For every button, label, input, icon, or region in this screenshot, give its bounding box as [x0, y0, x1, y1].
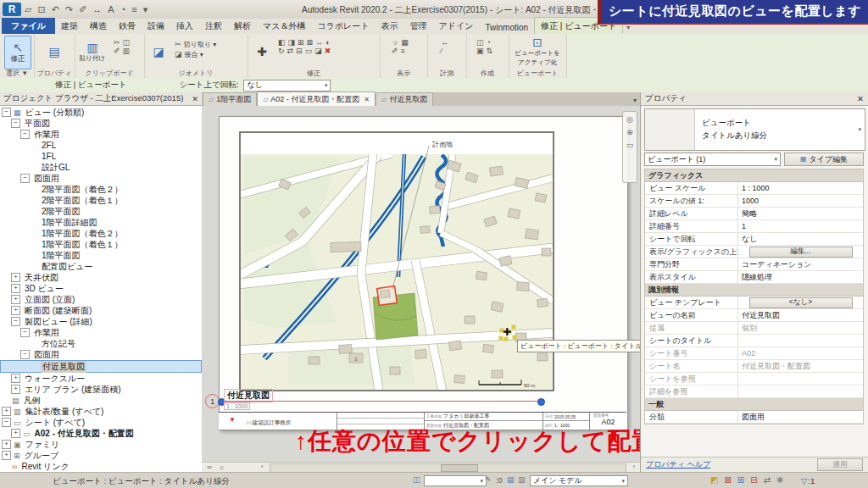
panel-label-create[interactable]: 作成: [466, 69, 509, 78]
expand-icon[interactable]: +: [2, 407, 11, 416]
cut-geometry-label[interactable]: 切り取り ▾: [184, 40, 217, 49]
measure-icon[interactable]: ↔: [92, 5, 102, 14]
ribbon-tool-icon[interactable]: ▣: [476, 47, 484, 55]
ribbon-tab[interactable]: 構造: [84, 18, 113, 34]
project-browser-header[interactable]: プロジェクト ブラウザ - 二上Exercise0307(2015) ✕: [0, 92, 202, 106]
browser-item[interactable]: +3D ビュー: [0, 283, 202, 294]
browser-item[interactable]: 2階平面図（着色１）: [0, 195, 202, 206]
expand-icon[interactable]: +: [2, 451, 11, 460]
ribbon-tool-icon[interactable]: ☼: [392, 39, 398, 47]
expand-icon[interactable]: +: [11, 284, 20, 293]
expand-icon[interactable]: +: [11, 385, 20, 394]
ribbon-tool-icon[interactable]: ▭: [305, 47, 313, 55]
sheet-canvas[interactable]: 3 50 m 計画地 1 付近見取図 1 : 1000 ▼: [202, 106, 640, 462]
browser-item[interactable]: −▭シート (すべて): [0, 417, 202, 428]
property-edit-button[interactable]: 編集...: [749, 247, 853, 258]
scrollbar-thumb[interactable]: [441, 464, 478, 472]
ribbon-tab[interactable]: ファイル: [2, 18, 55, 34]
ribbon-tab[interactable]: 挿入: [170, 18, 199, 34]
browser-item[interactable]: 設計GL: [0, 162, 202, 173]
tab-options-icon[interactable]: ▾: [623, 24, 633, 34]
browser-item[interactable]: +▥集計表/数量 (すべて): [0, 406, 202, 417]
design-option-dropdown[interactable]: メイン モデル ▾: [530, 475, 628, 486]
ribbon-tab[interactable]: アドイン: [433, 18, 480, 34]
ribbon-tab[interactable]: Twinmotion: [480, 20, 535, 34]
undo-icon[interactable]: ↶: [52, 5, 59, 14]
instance-selector[interactable]: ビューポート (1) ▾: [644, 152, 781, 166]
ribbon-tool-icon[interactable]: ⊠: [307, 39, 314, 47]
ribbon-tool-icon[interactable]: ✂: [114, 39, 120, 47]
panel-label-properties[interactable]: プロパティ: [34, 69, 75, 78]
browser-item[interactable]: −製図ビュー (詳細): [0, 316, 202, 327]
type-selector[interactable]: ビューポート タイトルあり線分 ▾: [644, 108, 865, 151]
browser-item[interactable]: 2FL: [0, 140, 202, 151]
expand-icon[interactable]: +: [11, 306, 20, 315]
join-geometry-label[interactable]: 接合 ▾: [185, 50, 203, 59]
paste-button[interactable]: ▥ 貼り付け: [76, 36, 108, 68]
ribbon-tool-icon[interactable]: ↔: [441, 39, 448, 47]
browser-item[interactable]: −図面用: [0, 349, 202, 360]
ribbon-tab[interactable]: 解析: [228, 18, 257, 34]
ribbon-tool-icon[interactable]: ◧: [278, 39, 286, 47]
expand-icon[interactable]: +: [11, 273, 20, 282]
browser-item[interactable]: 方位記号: [0, 338, 202, 349]
collapse-icon[interactable]: −: [20, 328, 30, 337]
revit-logo[interactable]: R: [3, 3, 21, 16]
browser-item[interactable]: +▭A02 - 付近見取図・配置図: [0, 428, 202, 439]
browser-item[interactable]: +断面図 (建築断面): [0, 305, 202, 316]
property-value[interactable]: 1: [738, 222, 746, 230]
view-title-text[interactable]: 付近見取図: [224, 389, 273, 402]
linked-views-icon[interactable]: ∞: [207, 463, 212, 471]
ribbon-tool-icon[interactable]: ▦: [401, 39, 409, 47]
ribbon-tab[interactable]: 鉄骨: [113, 18, 142, 34]
properties-header[interactable]: プロパティ ✕: [641, 92, 868, 106]
panel-label-view[interactable]: 表示: [380, 69, 427, 78]
collapse-icon[interactable]: −: [20, 174, 30, 183]
ribbon-tab[interactable]: 注釈: [199, 18, 228, 34]
modify-button[interactable]: ↖ 修正: [4, 36, 31, 69]
panel-label-viewport[interactable]: ビューポート: [509, 69, 566, 78]
grip-handle-right[interactable]: [537, 398, 545, 406]
editable-only-icon[interactable]: ✎: [485, 476, 492, 484]
ribbon-tool-icon[interactable]: ◨: [288, 39, 296, 47]
activate-viewport-button[interactable]: ⊡ ビューポートを アクティブ化: [514, 36, 561, 68]
panel-label-measure[interactable]: 計測: [427, 69, 466, 78]
browser-item[interactable]: 1階平面図（着色２）: [0, 228, 202, 239]
browser-item[interactable]: +ウォークスルー: [0, 373, 202, 384]
browser-item[interactable]: 1階平面図: [0, 250, 202, 261]
ribbon-tab[interactable]: 建築: [55, 18, 84, 34]
collapse-icon[interactable]: −: [2, 108, 11, 117]
ribbon-tool-icon[interactable]: ◔: [487, 39, 491, 47]
browser-item[interactable]: 1階平面図（着色１）: [0, 239, 202, 250]
browser-item[interactable]: +▣ファミリ: [0, 439, 202, 450]
text-icon[interactable]: A: [108, 5, 114, 14]
browser-item[interactable]: 1FL: [0, 151, 202, 162]
ribbon-tool-icon[interactable]: ◐: [326, 39, 330, 47]
ribbon-tab[interactable]: 管理: [404, 18, 433, 34]
panel-label-clipboard[interactable]: クリップボード: [75, 69, 144, 78]
browser-item[interactable]: 1階平面詳細図: [0, 217, 202, 228]
expand-icon[interactable]: +: [2, 440, 11, 449]
rotate-on-sheet-dropdown[interactable]: なし ▾: [243, 80, 331, 92]
reveal-hidden-icon[interactable]: ☼: [219, 463, 225, 471]
view-tab[interactable]: ▱1階平面図: [203, 92, 257, 106]
browser-item[interactable]: +エリア プラン (建築面積): [0, 384, 202, 395]
view-tab[interactable]: ▱A02 - 付近見取図・配置図✕: [257, 92, 376, 106]
browser-item[interactable]: +⊞グループ: [0, 450, 202, 461]
property-value[interactable]: 図面用: [738, 412, 765, 423]
3d-view-icon[interactable]: ◔: [120, 5, 126, 14]
scroll-right-icon[interactable]: ›: [633, 463, 635, 469]
exchange-icon[interactable]: ⇄: [764, 476, 771, 485]
ribbon-tool-icon[interactable]: ✐: [114, 47, 120, 55]
properties-help-link[interactable]: プロパティ ヘルプ: [646, 459, 710, 470]
browser-item[interactable]: −▦ビュー (分類順): [0, 107, 202, 118]
redo-icon[interactable]: ↷: [65, 5, 73, 14]
property-value[interactable]: 1 : 1000: [738, 184, 770, 192]
property-value[interactable]: 付近見取図: [738, 310, 780, 321]
panel-label-select[interactable]: 選択 ▼: [0, 69, 34, 78]
ribbon-tool-icon[interactable]: ∕: [441, 47, 442, 55]
property-section[interactable]: 識別情報: [645, 284, 863, 297]
browser-item[interactable]: −作業用: [0, 129, 202, 140]
view-tab[interactable]: ▱付近見取図: [376, 92, 433, 106]
ribbon-tool-icon[interactable]: ⊟: [296, 47, 303, 55]
